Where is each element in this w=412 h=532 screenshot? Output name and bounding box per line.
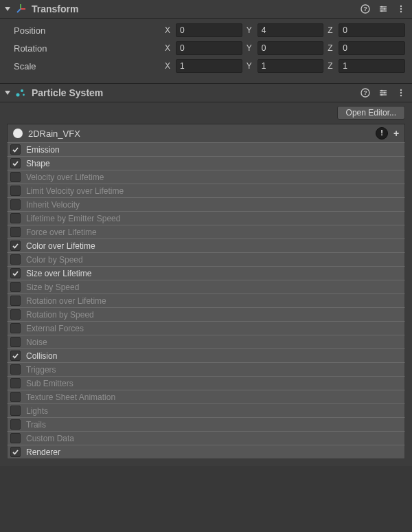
module-row[interactable]: Rotation over Lifetime <box>7 293 405 308</box>
module-label[interactable]: Custom Data <box>26 434 74 443</box>
module-checkbox[interactable] <box>10 296 21 306</box>
module-label[interactable]: Texture Sheet Animation <box>26 392 115 402</box>
module-checkbox[interactable] <box>10 172 21 182</box>
module-row[interactable]: Triggers <box>7 362 405 377</box>
rotation-z-input[interactable]: 0 <box>339 41 405 55</box>
svg-point-24 <box>381 90 383 92</box>
module-checkbox[interactable] <box>10 392 21 402</box>
position-z-input[interactable]: 0 <box>339 23 405 37</box>
module-label[interactable]: Rotation over Lifetime <box>26 296 106 306</box>
module-label[interactable]: Rotation by Speed <box>26 310 94 320</box>
module-label[interactable]: Noise <box>26 337 47 347</box>
module-checkbox[interactable] <box>10 433 21 443</box>
module-label[interactable]: Velocity over Lifetime <box>26 173 104 182</box>
module-label[interactable]: Triggers <box>26 365 56 375</box>
scale-y-input[interactable]: 1 <box>258 59 324 73</box>
add-module-icon[interactable]: + <box>392 128 400 139</box>
module-label[interactable]: Renderer <box>26 447 60 457</box>
module-checkbox[interactable] <box>10 337 21 347</box>
module-checkbox[interactable] <box>10 282 21 292</box>
module-checkbox[interactable] <box>10 419 21 430</box>
module-row[interactable]: Sub Emitters <box>7 376 405 390</box>
help-icon[interactable]: ? <box>360 87 371 98</box>
module-row[interactable]: Custom Data <box>7 431 405 445</box>
foldout-icon[interactable] <box>4 5 11 12</box>
foldout-icon[interactable] <box>4 89 11 96</box>
module-checkbox[interactable] <box>10 309 21 320</box>
scale-row: Scale X1 Y1 Z1 <box>14 58 405 74</box>
module-row[interactable]: Color over Lifetime <box>7 239 405 253</box>
module-row[interactable]: Texture Sheet Animation <box>7 390 405 404</box>
scale-z-input[interactable]: 1 <box>339 59 405 73</box>
help-icon[interactable]: ? <box>360 3 371 14</box>
module-label[interactable]: Emission <box>26 145 60 155</box>
module-row[interactable]: External Forces <box>7 321 405 335</box>
scale-x-input[interactable]: 1 <box>176 59 242 73</box>
module-row[interactable]: Velocity over Lifetime <box>7 170 405 184</box>
module-row[interactable]: Color by Speed <box>7 252 405 267</box>
module-row[interactable]: Collision <box>7 348 405 363</box>
module-checkbox[interactable] <box>10 268 21 278</box>
module-checkbox[interactable] <box>10 254 21 265</box>
svg-point-13 <box>400 8 402 10</box>
module-row[interactable]: Lights <box>7 403 405 418</box>
module-label[interactable]: Force over Lifetime <box>26 228 97 237</box>
info-tip-icon[interactable]: ! <box>376 127 388 140</box>
module-checkbox[interactable] <box>10 199 21 210</box>
module-label[interactable]: Lifetime by Emitter Speed <box>26 214 120 223</box>
module-row[interactable]: Renderer <box>7 445 405 459</box>
svg-marker-0 <box>5 7 10 11</box>
preset-icon[interactable] <box>378 3 389 14</box>
module-row[interactable]: Trails <box>7 417 405 432</box>
z-label: Z <box>328 61 336 71</box>
module-checkbox[interactable] <box>10 158 21 168</box>
module-row[interactable]: Size by Speed <box>7 280 405 294</box>
module-row[interactable]: Emission <box>7 142 405 157</box>
module-checkbox[interactable] <box>10 323 21 333</box>
module-label[interactable]: Inherit Velocity <box>26 200 80 210</box>
module-label[interactable]: Color by Speed <box>26 255 83 265</box>
module-label[interactable]: Limit Velocity over Lifetime <box>26 186 124 196</box>
particle-system-modules: 2DRain_VFX ! + EmissionShapeVelocity ove… <box>0 124 412 466</box>
module-label[interactable]: Color over Lifetime <box>26 241 95 251</box>
module-row[interactable]: Limit Velocity over Lifetime <box>7 184 405 198</box>
particle-system-header[interactable]: Particle System ? <box>0 83 412 102</box>
kebab-menu-icon[interactable] <box>396 87 407 98</box>
module-label[interactable]: Collision <box>26 351 57 361</box>
module-label[interactable]: Shape <box>26 159 50 168</box>
open-editor-button[interactable]: Open Editor... <box>337 106 405 120</box>
transform-header[interactable]: Transform ? <box>0 0 412 19</box>
particle-system-main-module[interactable]: 2DRain_VFX ! + <box>7 124 405 142</box>
module-checkbox[interactable] <box>10 447 21 457</box>
module-row[interactable]: Size over Lifetime <box>7 266 405 280</box>
module-row[interactable]: Shape <box>7 156 405 170</box>
module-label[interactable]: External Forces <box>26 324 84 333</box>
module-row[interactable]: Inherit Velocity <box>7 197 405 212</box>
position-y-input[interactable]: 4 <box>258 23 324 37</box>
module-label[interactable]: Size by Speed <box>26 282 79 292</box>
module-checkbox[interactable] <box>10 186 21 196</box>
module-label[interactable]: Sub Emitters <box>26 379 73 388</box>
module-row[interactable]: Lifetime by Emitter Speed <box>7 211 405 225</box>
module-checkbox[interactable] <box>10 241 21 251</box>
module-checkbox[interactable] <box>10 213 21 223</box>
module-row[interactable]: Force over Lifetime <box>7 225 405 239</box>
module-row[interactable]: Noise <box>7 335 405 349</box>
module-label[interactable]: Trails <box>26 420 46 430</box>
rotation-y-input[interactable]: 0 <box>258 41 324 55</box>
module-checkbox[interactable] <box>10 364 21 375</box>
rotation-x-input[interactable]: 0 <box>176 41 242 55</box>
preset-icon[interactable] <box>378 87 389 98</box>
scale-label: Scale <box>14 61 165 71</box>
module-checkbox[interactable] <box>10 406 21 416</box>
svg-point-17 <box>21 89 23 92</box>
module-label[interactable]: Lights <box>26 406 48 416</box>
module-checkbox[interactable] <box>10 144 21 155</box>
module-checkbox[interactable] <box>10 227 21 237</box>
module-checkbox[interactable] <box>10 351 21 361</box>
module-row[interactable]: Rotation by Speed <box>7 307 405 322</box>
module-checkbox[interactable] <box>10 378 21 388</box>
kebab-menu-icon[interactable] <box>396 3 407 14</box>
module-label[interactable]: Size over Lifetime <box>26 269 91 278</box>
position-x-input[interactable]: 0 <box>176 23 242 37</box>
